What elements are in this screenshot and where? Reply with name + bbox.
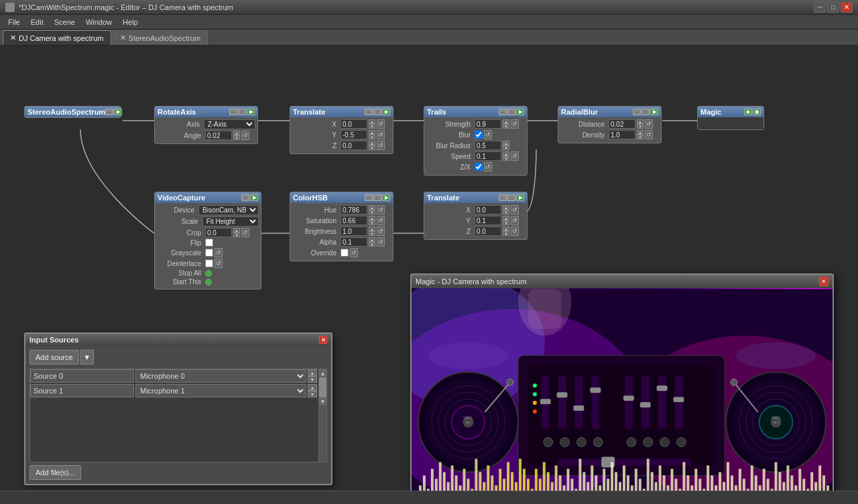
t1-x-up[interactable]: ▲ — [369, 119, 375, 124]
chsb-hue-up[interactable]: ▲ — [369, 205, 375, 210]
node-rb-ctrl1[interactable]: □ — [641, 109, 650, 115]
chsb-alpha-up[interactable]: ▲ — [369, 237, 375, 242]
t2-y-reset[interactable]: ↺ — [511, 216, 519, 225]
t1-x-input[interactable] — [341, 119, 367, 129]
vc-stopall-dot[interactable] — [205, 270, 212, 277]
node-magic-view[interactable]: ◉ — [753, 109, 761, 115]
t2-z-reset[interactable]: ↺ — [511, 227, 519, 236]
rb-density-up[interactable]: ▲ — [637, 130, 644, 135]
chsb-bright-down[interactable]: ▼ — [369, 231, 375, 236]
node-chsb-minimize[interactable]: ─ — [365, 194, 373, 201]
t2-z-up[interactable]: ▲ — [503, 227, 509, 231]
chsb-sat-down[interactable]: ▼ — [369, 220, 375, 225]
trails-blurradius-input[interactable] — [475, 141, 501, 150]
t2-x-reset[interactable]: ↺ — [511, 205, 519, 214]
chsb-hue-input[interactable] — [341, 205, 367, 214]
node-t1-ctrl1[interactable]: □ — [373, 109, 381, 115]
node-t2-ctrl1[interactable]: □ — [507, 194, 515, 201]
titlebar-controls[interactable]: ─ □ ✕ — [814, 2, 853, 13]
t2-x-input[interactable] — [475, 205, 501, 214]
node-rb-connect[interactable]: ▶ — [650, 109, 658, 115]
menu-edit[interactable]: Edit — [25, 17, 49, 27]
vc-scale-select[interactable]: Fit Height — [202, 216, 259, 227]
chsb-sat-up[interactable]: ▲ — [369, 216, 375, 220]
trails-speed-down[interactable]: ▼ — [503, 156, 509, 161]
trails-blur-check[interactable] — [475, 131, 483, 139]
t1-y-input[interactable] — [341, 130, 367, 139]
menu-help[interactable]: Help — [117, 17, 143, 27]
t2-z-input[interactable] — [475, 227, 501, 236]
input-sources-close-button[interactable]: ✕ — [319, 336, 327, 344]
vc-deinterlace-check[interactable] — [205, 259, 213, 267]
source-1-scroll-down[interactable]: ▼ — [308, 391, 317, 397]
rb-density-reset[interactable]: ↺ — [645, 130, 653, 139]
node-chsb-ctrl1[interactable]: □ — [373, 194, 381, 201]
node-rotate-connect[interactable]: ▶ — [247, 109, 255, 115]
node-vc-connect[interactable]: ▶ — [250, 194, 258, 201]
t1-y-up[interactable]: ▲ — [369, 130, 375, 135]
scrollbar-up-button[interactable]: ▲ — [319, 369, 326, 377]
vc-grayscale-reset[interactable]: ↺ — [214, 248, 223, 257]
t1-z-down[interactable]: ▼ — [369, 145, 375, 150]
rb-distance-up[interactable]: ▲ — [637, 119, 644, 124]
t1-x-down[interactable]: ▼ — [369, 124, 375, 129]
t1-z-reset[interactable]: ↺ — [377, 141, 385, 150]
t2-x-down[interactable]: ▼ — [503, 210, 509, 214]
node-rotate-ctrl1[interactable]: □ — [238, 109, 246, 115]
t1-z-up[interactable]: ▲ — [369, 141, 375, 145]
vc-crop-input[interactable] — [205, 228, 232, 237]
node-t1-connect[interactable]: ▶ — [382, 109, 390, 115]
scrollbar-thumb[interactable] — [319, 377, 326, 397]
magic-window-close[interactable]: ✕ — [819, 277, 829, 286]
source-0-scroll-down[interactable]: ▼ — [308, 376, 317, 383]
chsb-hue-reset[interactable]: ↺ — [377, 205, 385, 214]
chsb-alpha-down[interactable]: ▼ — [369, 242, 375, 247]
trails-blurradius-down[interactable]: ▼ — [503, 145, 509, 150]
rotate-angle-input[interactable] — [205, 131, 232, 140]
trails-blurradius-up[interactable]: ▲ — [503, 141, 509, 145]
vc-device-select[interactable]: BisonCam, NB Pro — [198, 205, 259, 215]
rb-density-input[interactable] — [609, 130, 635, 139]
menu-window[interactable]: Window — [80, 17, 117, 27]
scrollbar-down-button[interactable]: ▼ — [319, 397, 326, 405]
trails-strength-input[interactable] — [475, 119, 501, 129]
rotate-axis-select[interactable]: Z-Axis — [204, 119, 255, 129]
rotate-angle-down[interactable]: ▼ — [233, 135, 240, 140]
trails-speed-up[interactable]: ▲ — [503, 151, 509, 156]
t2-z-down[interactable]: ▼ — [503, 231, 509, 236]
trails-strength-down[interactable]: ▼ — [503, 124, 509, 129]
chsb-override-check[interactable] — [341, 249, 349, 257]
t1-y-reset[interactable]: ↺ — [377, 130, 385, 139]
node-trails-connect[interactable]: ▶ — [516, 109, 524, 115]
source-0-device-select[interactable]: Microphone 0 Microphone 1 — [135, 369, 306, 383]
chsb-sat-input[interactable] — [341, 216, 367, 225]
maximize-button[interactable]: □ — [827, 2, 839, 13]
node-chsb-connect[interactable]: ▶ — [382, 194, 390, 201]
tab-stereo-audio[interactable]: ✕ StereoAudioSpectrum — [113, 30, 208, 45]
chsb-override-reset[interactable]: ↺ — [350, 248, 358, 257]
rb-distance-input[interactable] — [609, 119, 635, 129]
trails-strength-up[interactable]: ▲ — [503, 119, 509, 124]
rotate-angle-reset[interactable]: ↺ — [241, 131, 249, 140]
node-vc-minimize[interactable]: ─ — [241, 194, 249, 201]
minimize-button[interactable]: ─ — [814, 2, 826, 13]
add-source-button[interactable]: Add source — [29, 350, 79, 365]
rb-distance-reset[interactable]: ↺ — [645, 119, 653, 129]
node-t1-minimize[interactable]: ─ — [365, 109, 373, 115]
rotate-angle-up[interactable]: ▲ — [233, 131, 240, 135]
chsb-bright-up[interactable]: ▲ — [369, 227, 375, 231]
source-1-device-select[interactable]: Microphone 1 Microphone 0 — [135, 384, 306, 397]
node-trails-ctrl1[interactable]: □ — [507, 109, 515, 115]
close-button[interactable]: ✕ — [841, 2, 853, 13]
add-source-dropdown[interactable]: ▼ — [80, 350, 94, 365]
chsb-bright-reset[interactable]: ↺ — [377, 227, 385, 236]
node-stereo-connect[interactable]: ▶ — [114, 109, 122, 115]
node-trails-minimize[interactable]: ─ — [499, 109, 507, 115]
rb-density-down[interactable]: ▼ — [637, 135, 644, 139]
trails-speed-input[interactable] — [475, 151, 501, 161]
menu-scene[interactable]: Scene — [49, 17, 80, 27]
trails-blur-reset[interactable]: ↺ — [484, 130, 492, 139]
add-files-button[interactable]: Add file(s)... — [29, 465, 81, 480]
source-1-scroll-up[interactable]: ▲ — [308, 384, 317, 391]
t2-x-up[interactable]: ▲ — [503, 205, 509, 210]
